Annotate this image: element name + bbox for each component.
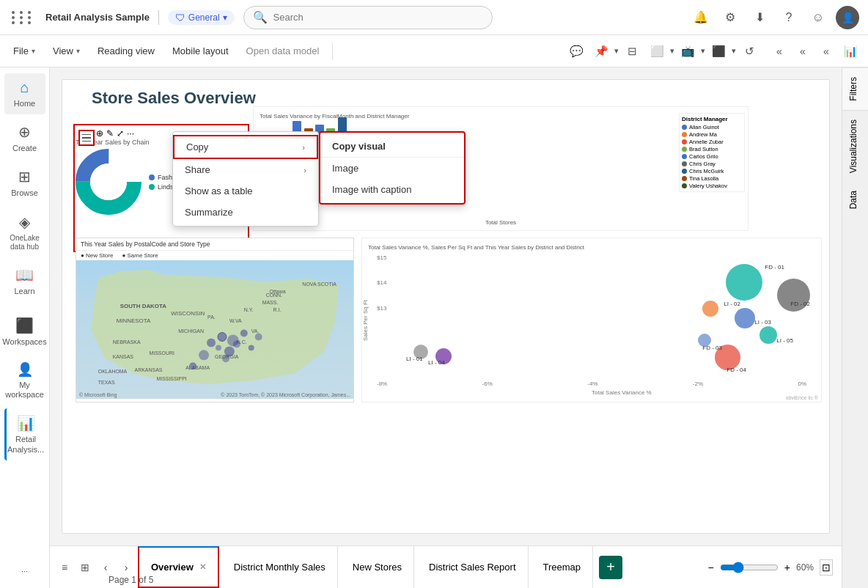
submenu-header: Copy visual [320,136,464,158]
tab-new-stores[interactable]: New Stores [341,546,414,588]
x-axis-labels: -8% -6% -4% -2% 0% [362,381,821,387]
chevron-right-icon: › [302,143,305,152]
sidebar-item-browse[interactable]: ⊞ Browse [4,162,45,204]
page-list-icon[interactable]: ≡ [56,559,73,576]
submenu-image[interactable]: Image [320,158,464,179]
prev-page-button[interactable]: ‹ [97,559,114,576]
sidebar-item-myworkspace[interactable]: 👤 My workspace [4,356,45,405]
mobile-layout-button[interactable]: Mobile layout [165,43,236,59]
help-icon[interactable]: ? [777,6,801,29]
zoom-plus-icon[interactable]: + [784,562,790,573]
visual-toolbar: ⊕ ✎ ⤢ ··· [96,128,134,139]
refresh-icon[interactable]: ↺ [738,40,761,63]
filters-panel-tab[interactable]: Filters [842,67,868,110]
x-label-3: -4% [587,381,597,387]
context-menu-summarize[interactable]: Summarize [173,202,318,223]
map-copyright: © 2023 TomTom, © 2023 Microsoft Corporat… [221,392,350,397]
visual-expand-icon[interactable]: ⤢ [117,128,124,139]
context-menu-copy[interactable]: Copy › [173,135,318,159]
svg-point-36 [189,362,196,370]
table-icon[interactable]: ⊟ [620,40,644,63]
zoom-minus-icon[interactable]: − [708,562,714,573]
legend-item-6: Chris McGuirk [689,168,724,174]
topbar: Retail Analysis Sample 🛡 General ▾ 🔍 🔔 ⚙… [0,0,868,35]
store-type-legend: ● New Store ● Same Store [76,251,353,260]
feedback-icon[interactable]: ☺ [806,6,830,29]
layout-chevron[interactable]: ▾ [732,46,736,56]
collapse-middle-icon[interactable]: « [792,40,814,62]
pin-chevron[interactable]: ▾ [614,46,619,56]
home-icon: ⌂ [20,79,29,96]
sidebar-item-onelake[interactable]: ◈ OneLake data hub [4,207,45,257]
reading-view-button[interactable]: Reading view [90,43,162,59]
visual-chevron[interactable]: ▾ [670,46,674,56]
context-menu-share[interactable]: Share › [173,159,318,180]
x-axis-title: Total Sales Variance % [592,389,652,396]
file-menu-button[interactable]: File ▾ [6,43,43,59]
open-data-model-button[interactable]: Open data model [239,43,327,59]
fit-page-icon[interactable]: ⊡ [820,559,833,576]
visual-format-icon[interactable]: ⊕ [96,128,103,139]
charts-panel-icon[interactable]: 📊 [839,40,862,63]
visual-more-icon[interactable]: ··· [127,128,134,139]
sidebar-item-create[interactable]: ⊕ Create [4,117,45,159]
sidebar-item-more[interactable]: ··· [4,561,45,582]
zoom-slider[interactable] [720,562,779,573]
sidebar-item-learn[interactable]: 📖 Learn [4,260,45,302]
context-menu-show-table[interactable]: Show as a table [173,180,318,202]
comment-icon[interactable]: 💬 [564,40,588,63]
tv-chevron[interactable]: ▾ [701,46,705,56]
svg-text:N.Y.: N.Y. [244,307,254,312]
collapse-right-icon[interactable]: « [815,40,837,62]
tv-icon[interactable]: 📺 [676,40,699,63]
data-panel-tab[interactable]: Data [842,182,868,218]
search-box[interactable]: 🔍 [243,6,493,29]
visualizations-panel-tab[interactable]: Visualizations [842,110,868,182]
pin-icon[interactable]: 📌 [589,40,613,63]
tab-treemap[interactable]: Treemap [532,546,594,588]
search-input[interactable] [273,12,483,23]
sidebar-item-retail[interactable]: 📊 Retail Analysis... [4,408,45,460]
bubble-li04-label: LI - 04 [428,359,445,366]
svg-text:R.I.: R.I. [273,307,282,312]
svg-point-34 [249,345,254,350]
right-panels: Filters Visualizations Data [842,67,868,588]
bubble-li02-label: LI - 02 [724,301,740,307]
zoom-level-label: 60% [796,562,814,573]
bubble-fd02-label: FD - 02 [790,301,810,307]
browse-icon: ⊞ [18,168,31,185]
notifications-icon[interactable]: 🔔 [689,6,713,29]
add-page-button[interactable]: + [599,556,622,579]
tab-close-icon[interactable]: ✕ [199,562,206,572]
sidebar-item-label-learn: Learn [14,287,34,296]
legend-item-0: Allan Guinot [689,124,719,131]
canvas-area: Store Sales Overview ⊕ ✎ ⤢ ··· [50,67,842,545]
layout-icon[interactable]: ⬛ [707,40,730,63]
bottom-right-controls: − + 60% ⊡ [708,559,842,576]
page-grid-icon[interactable]: ⊞ [76,559,94,576]
collapse-left-icon[interactable]: « [768,40,790,62]
sensitivity-badge[interactable]: 🛡 General ▾ [168,10,235,25]
tab-district-sales[interactable]: District Sales Report [417,546,528,588]
app-launcher-icon[interactable] [9,8,37,27]
bubble-li05 [760,326,777,344]
view-menu-button[interactable]: View ▾ [45,43,87,59]
bubble-fd04-label: FD - 04 [727,367,746,373]
chevron-right-icon: › [304,166,306,174]
visual-menu-button[interactable] [78,130,95,146]
sidebar-item-label-myworkspace: My workspace [5,381,44,400]
settings-icon[interactable]: ⚙ [718,6,742,29]
svg-text:NOVA SCOTIA: NOVA SCOTIA [302,282,336,287]
avatar[interactable]: 👤 [836,6,859,29]
submenu-image-caption[interactable]: Image with caption [320,179,464,200]
badge-label: General [188,12,220,23]
learn-icon: 📖 [15,266,34,284]
next-page-button[interactable]: › [117,559,135,576]
sidebar-item-workspaces[interactable]: ⬛ Workspaces [4,311,45,353]
sidebar-item-home[interactable]: ⌂ Home [4,73,45,114]
total-stores-label: Total Stores [485,219,516,226]
download-icon[interactable]: ⬇ [748,6,771,29]
visual-icon[interactable]: ⬜ [645,40,669,63]
visual-edit-icon[interactable]: ✎ [106,128,114,139]
tab-district-monthly[interactable]: District Monthly Sales [222,546,338,588]
